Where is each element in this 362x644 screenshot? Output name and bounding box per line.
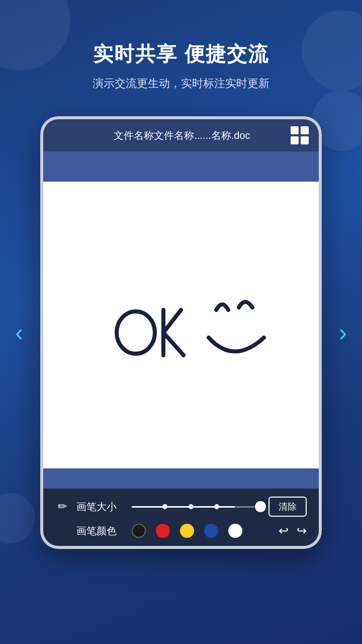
grid-menu-icon[interactable] (291, 126, 309, 144)
color-red[interactable] (156, 524, 170, 538)
header-section: 实时共享 便捷交流 演示交流更生动，实时标注实时更新 (93, 40, 269, 91)
svg-line-3 (163, 333, 184, 355)
nav-arrow-right[interactable]: › (339, 320, 347, 345)
drawing-canvas (43, 182, 319, 468)
undo-button[interactable]: ↩ (279, 524, 289, 538)
bg-decoration-2 (302, 10, 362, 91)
bg-decoration-1 (0, 0, 70, 70)
grid-cell-3 (291, 136, 299, 144)
redo-button[interactable]: ↪ (297, 524, 307, 538)
brush-size-label: 画笔大小 (76, 500, 132, 514)
blue-strip-bottom (43, 468, 319, 489)
bg-decoration-4 (0, 493, 35, 543)
document-title: 文件名称文件名称......名称.doc (73, 129, 291, 142)
brush-color-label: 画笔颜色 (76, 524, 132, 538)
svg-point-0 (117, 311, 155, 354)
color-yellow[interactable] (180, 524, 194, 538)
blue-strip-top (43, 151, 319, 182)
color-palette (132, 524, 279, 538)
document-content-area (43, 182, 319, 468)
color-black[interactable] (132, 524, 146, 538)
title-bar: 文件名称文件名称......名称.doc (43, 119, 319, 151)
brush-size-slider[interactable] (132, 506, 260, 508)
svg-line-2 (163, 310, 181, 333)
color-white[interactable] (228, 524, 242, 538)
drawing-svg (75, 245, 287, 406)
undo-redo-buttons: ↩ ↪ (279, 524, 307, 538)
phone-frame: 文件名称文件名称......名称.doc (40, 116, 322, 549)
brush-size-row: ✏ 画笔大小 清除 (55, 497, 307, 517)
grid-cell-1 (291, 126, 299, 134)
page-title: 实时共享 便捷交流 (93, 40, 269, 68)
page-subtitle: 演示交流更生动，实时标注实时更新 (93, 76, 269, 91)
phone-wrapper: ‹ › 文件名称文件名称......名称.doc (40, 116, 322, 549)
grid-cell-2 (301, 126, 309, 134)
toolbar: ✏ 画笔大小 清除 ✏ (43, 489, 319, 546)
pencil-icon: ✏ (55, 500, 69, 513)
brush-color-row: ✏ 画笔颜色 ↩ ↪ (55, 524, 307, 538)
nav-arrow-left[interactable]: ‹ (15, 320, 23, 345)
color-blue[interactable] (204, 524, 218, 538)
grid-cell-4 (301, 136, 309, 144)
phone-inner: 文件名称文件名称......名称.doc (43, 119, 319, 546)
clear-button[interactable]: 清除 (268, 497, 307, 517)
